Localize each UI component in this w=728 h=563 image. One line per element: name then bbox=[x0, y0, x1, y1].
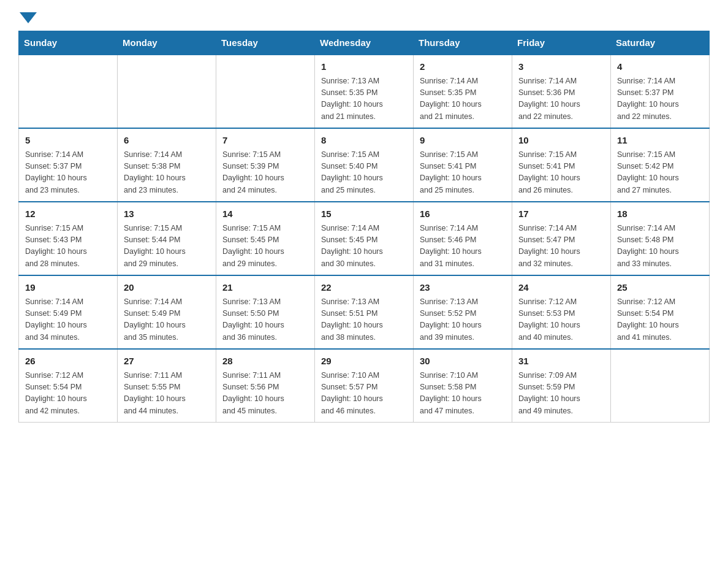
day-info: Sunrise: 7:15 AMSunset: 5:44 PMDaylight:… bbox=[124, 223, 210, 270]
calendar-cell: 28Sunrise: 7:11 AMSunset: 5:56 PMDayligh… bbox=[216, 349, 315, 423]
calendar-cell: 9Sunrise: 7:15 AMSunset: 5:41 PMDaylight… bbox=[414, 128, 512, 202]
calendar-header-saturday: Saturday bbox=[611, 31, 710, 55]
calendar-cell: 6Sunrise: 7:14 AMSunset: 5:38 PMDaylight… bbox=[118, 128, 216, 202]
calendar-cell: 10Sunrise: 7:15 AMSunset: 5:41 PMDayligh… bbox=[512, 128, 611, 202]
calendar-cell bbox=[216, 55, 315, 128]
day-number: 14 bbox=[222, 207, 308, 221]
calendar-cell: 1Sunrise: 7:13 AMSunset: 5:35 PMDaylight… bbox=[315, 55, 414, 128]
day-number: 15 bbox=[321, 207, 407, 221]
day-number: 17 bbox=[518, 207, 604, 221]
day-info: Sunrise: 7:14 AMSunset: 5:49 PMDaylight:… bbox=[124, 296, 210, 344]
day-info: Sunrise: 7:14 AMSunset: 5:47 PMDaylight:… bbox=[518, 223, 604, 270]
day-info: Sunrise: 7:09 AMSunset: 5:59 PMDaylight:… bbox=[518, 370, 604, 418]
calendar-header-thursday: Thursday bbox=[414, 31, 512, 55]
day-info: Sunrise: 7:15 AMSunset: 5:41 PMDaylight:… bbox=[518, 149, 604, 197]
calendar-cell: 27Sunrise: 7:11 AMSunset: 5:55 PMDayligh… bbox=[118, 349, 216, 423]
calendar-cell: 11Sunrise: 7:15 AMSunset: 5:42 PMDayligh… bbox=[611, 128, 710, 202]
calendar-cell: 20Sunrise: 7:14 AMSunset: 5:49 PMDayligh… bbox=[118, 275, 216, 349]
calendar-cell: 26Sunrise: 7:12 AMSunset: 5:54 PMDayligh… bbox=[19, 349, 118, 423]
day-number: 8 bbox=[321, 134, 407, 148]
day-number: 25 bbox=[617, 281, 703, 295]
calendar-cell: 13Sunrise: 7:15 AMSunset: 5:44 PMDayligh… bbox=[118, 202, 216, 275]
calendar-cell: 14Sunrise: 7:15 AMSunset: 5:45 PMDayligh… bbox=[216, 202, 315, 275]
calendar-cell: 16Sunrise: 7:14 AMSunset: 5:46 PMDayligh… bbox=[414, 202, 512, 275]
calendar-cell: 5Sunrise: 7:14 AMSunset: 5:37 PMDaylight… bbox=[19, 128, 118, 202]
calendar-header-monday: Monday bbox=[118, 31, 216, 55]
day-info: Sunrise: 7:14 AMSunset: 5:49 PMDaylight:… bbox=[25, 296, 111, 344]
day-number: 5 bbox=[25, 134, 111, 148]
day-number: 30 bbox=[420, 354, 506, 369]
day-number: 12 bbox=[25, 207, 111, 221]
calendar-cell: 8Sunrise: 7:15 AMSunset: 5:40 PMDaylight… bbox=[315, 128, 414, 202]
calendar-cell: 4Sunrise: 7:14 AMSunset: 5:37 PMDaylight… bbox=[611, 55, 710, 128]
day-info: Sunrise: 7:12 AMSunset: 5:53 PMDaylight:… bbox=[518, 296, 604, 344]
day-number: 11 bbox=[617, 134, 703, 148]
calendar-cell: 25Sunrise: 7:12 AMSunset: 5:54 PMDayligh… bbox=[611, 275, 710, 349]
calendar-cell: 15Sunrise: 7:14 AMSunset: 5:45 PMDayligh… bbox=[315, 202, 414, 275]
calendar-table: SundayMondayTuesdayWednesdayThursdayFrid… bbox=[18, 31, 710, 423]
day-info: Sunrise: 7:15 AMSunset: 5:42 PMDaylight:… bbox=[617, 149, 703, 197]
calendar-cell: 29Sunrise: 7:10 AMSunset: 5:57 PMDayligh… bbox=[315, 349, 414, 423]
day-info: Sunrise: 7:13 AMSunset: 5:35 PMDaylight:… bbox=[321, 75, 407, 123]
calendar-cell: 21Sunrise: 7:13 AMSunset: 5:50 PMDayligh… bbox=[216, 275, 315, 349]
calendar-header-row: SundayMondayTuesdayWednesdayThursdayFrid… bbox=[19, 31, 710, 55]
day-info: Sunrise: 7:15 AMSunset: 5:43 PMDaylight:… bbox=[25, 223, 111, 270]
day-number: 31 bbox=[518, 354, 604, 369]
calendar-cell: 18Sunrise: 7:14 AMSunset: 5:48 PMDayligh… bbox=[611, 202, 710, 275]
day-number: 20 bbox=[124, 281, 210, 295]
day-number: 13 bbox=[124, 207, 210, 221]
day-number: 21 bbox=[222, 281, 308, 295]
calendar-header-wednesday: Wednesday bbox=[315, 31, 414, 55]
day-number: 7 bbox=[222, 134, 308, 148]
calendar-cell: 12Sunrise: 7:15 AMSunset: 5:43 PMDayligh… bbox=[19, 202, 118, 275]
day-info: Sunrise: 7:15 AMSunset: 5:45 PMDaylight:… bbox=[222, 223, 308, 270]
day-number: 23 bbox=[420, 281, 506, 295]
day-number: 24 bbox=[518, 281, 604, 295]
day-info: Sunrise: 7:14 AMSunset: 5:45 PMDaylight:… bbox=[321, 223, 407, 270]
day-number: 29 bbox=[321, 354, 407, 369]
calendar-cell: 17Sunrise: 7:14 AMSunset: 5:47 PMDayligh… bbox=[512, 202, 611, 275]
day-number: 6 bbox=[124, 134, 210, 148]
day-number: 18 bbox=[617, 207, 703, 221]
day-info: Sunrise: 7:14 AMSunset: 5:38 PMDaylight:… bbox=[124, 149, 210, 197]
day-info: Sunrise: 7:11 AMSunset: 5:56 PMDaylight:… bbox=[222, 370, 308, 418]
day-info: Sunrise: 7:14 AMSunset: 5:35 PMDaylight:… bbox=[420, 75, 506, 123]
day-info: Sunrise: 7:11 AMSunset: 5:55 PMDaylight:… bbox=[124, 370, 210, 418]
day-info: Sunrise: 7:10 AMSunset: 5:57 PMDaylight:… bbox=[321, 370, 407, 418]
calendar-cell: 22Sunrise: 7:13 AMSunset: 5:51 PMDayligh… bbox=[315, 275, 414, 349]
day-info: Sunrise: 7:15 AMSunset: 5:39 PMDaylight:… bbox=[222, 149, 308, 197]
day-info: Sunrise: 7:10 AMSunset: 5:58 PMDaylight:… bbox=[420, 370, 506, 418]
day-number: 9 bbox=[420, 134, 506, 148]
calendar-cell: 30Sunrise: 7:10 AMSunset: 5:58 PMDayligh… bbox=[414, 349, 512, 423]
calendar-cell: 3Sunrise: 7:14 AMSunset: 5:36 PMDaylight… bbox=[512, 55, 611, 128]
day-info: Sunrise: 7:12 AMSunset: 5:54 PMDaylight:… bbox=[617, 296, 703, 344]
calendar-week-5: 26Sunrise: 7:12 AMSunset: 5:54 PMDayligh… bbox=[19, 349, 710, 423]
day-number: 10 bbox=[518, 134, 604, 148]
day-number: 16 bbox=[420, 207, 506, 221]
day-number: 28 bbox=[222, 354, 308, 369]
calendar-header-tuesday: Tuesday bbox=[216, 31, 315, 55]
day-info: Sunrise: 7:13 AMSunset: 5:52 PMDaylight:… bbox=[420, 296, 506, 344]
calendar-week-3: 12Sunrise: 7:15 AMSunset: 5:43 PMDayligh… bbox=[19, 202, 710, 275]
logo-triangle-icon bbox=[20, 12, 37, 23]
calendar-header-sunday: Sunday bbox=[19, 31, 118, 55]
day-number: 19 bbox=[25, 281, 111, 295]
day-info: Sunrise: 7:14 AMSunset: 5:46 PMDaylight:… bbox=[420, 223, 506, 270]
logo bbox=[18, 12, 37, 18]
calendar-week-4: 19Sunrise: 7:14 AMSunset: 5:49 PMDayligh… bbox=[19, 275, 710, 349]
calendar-cell bbox=[611, 349, 710, 423]
day-info: Sunrise: 7:14 AMSunset: 5:37 PMDaylight:… bbox=[617, 75, 703, 123]
day-info: Sunrise: 7:15 AMSunset: 5:40 PMDaylight:… bbox=[321, 149, 407, 197]
day-number: 27 bbox=[124, 354, 210, 369]
calendar-cell: 19Sunrise: 7:14 AMSunset: 5:49 PMDayligh… bbox=[19, 275, 118, 349]
calendar-cell bbox=[19, 55, 118, 128]
day-number: 4 bbox=[617, 60, 703, 74]
calendar-cell: 7Sunrise: 7:15 AMSunset: 5:39 PMDaylight… bbox=[216, 128, 315, 202]
day-info: Sunrise: 7:14 AMSunset: 5:37 PMDaylight:… bbox=[25, 149, 111, 197]
day-number: 1 bbox=[321, 60, 407, 74]
page-header bbox=[18, 12, 710, 18]
day-info: Sunrise: 7:15 AMSunset: 5:41 PMDaylight:… bbox=[420, 149, 506, 197]
calendar-cell bbox=[118, 55, 216, 128]
calendar-cell: 31Sunrise: 7:09 AMSunset: 5:59 PMDayligh… bbox=[512, 349, 611, 423]
calendar-header-friday: Friday bbox=[512, 31, 611, 55]
